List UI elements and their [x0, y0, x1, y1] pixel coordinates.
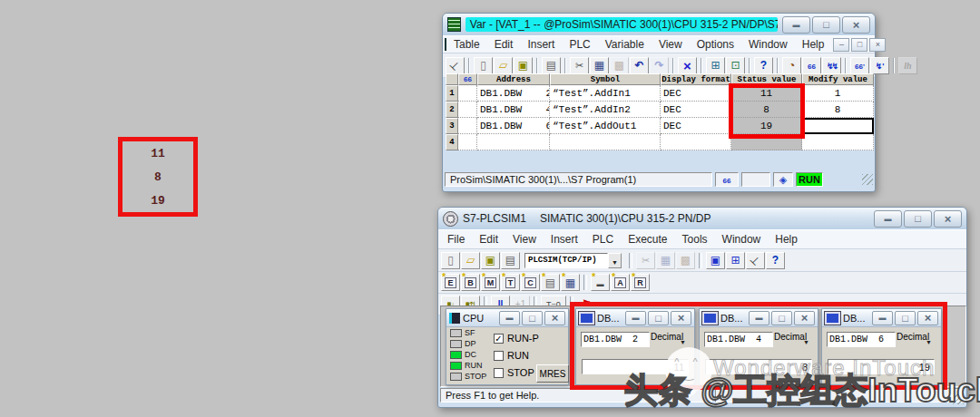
menu-tools[interactable]: Tools [675, 233, 715, 246]
script-icon[interactable] [898, 57, 917, 74]
menu-help[interactable]: Help [768, 233, 805, 246]
minimize-button[interactable] [874, 210, 902, 228]
address-cell[interactable]: DB1.DBW 2 [477, 85, 550, 102]
menu-execute[interactable]: Execute [621, 233, 674, 246]
save-icon[interactable] [514, 57, 533, 74]
menu-variable[interactable]: Variable [598, 38, 652, 51]
corner-header[interactable] [446, 73, 458, 85]
insert-bits-icon[interactable] [561, 274, 580, 291]
insert-stacks-icon[interactable] [591, 274, 610, 291]
paste-icon[interactable] [676, 252, 695, 269]
symbol-header[interactable]: Symbol [550, 73, 661, 85]
selected-modify-cell[interactable] [802, 118, 874, 134]
menu-edit[interactable]: Edit [472, 233, 505, 246]
modify-variable-icon[interactable] [822, 57, 841, 74]
modify-value-cell[interactable]: 8 [802, 102, 874, 118]
menu-options[interactable]: Options [690, 38, 741, 51]
row-marker-cell[interactable] [458, 85, 477, 102]
insert-output-icon[interactable]: B [461, 274, 480, 291]
maximize-button[interactable] [522, 311, 543, 325]
insert-input-icon[interactable]: E [441, 274, 460, 291]
insert-timer-icon[interactable]: T [501, 274, 520, 291]
new-icon[interactable] [474, 57, 493, 74]
menu-help[interactable]: Help [795, 38, 832, 51]
cut-icon[interactable] [570, 57, 589, 74]
address-header[interactable]: Address [477, 73, 550, 85]
close-button[interactable] [842, 16, 870, 34]
plcsim-titlebar[interactable]: S7-PLCSIM1 SIMATIC 300(1)\CPU 315-2 PN/D… [438, 208, 966, 229]
connect-direct-icon[interactable] [726, 57, 745, 74]
stop-checkbox[interactable]: STOP [494, 367, 534, 378]
minimize-button[interactable] [782, 16, 810, 34]
new-icon[interactable] [441, 252, 460, 269]
open-icon[interactable] [461, 252, 480, 269]
monitor-column-header[interactable] [458, 73, 477, 85]
pin-icon[interactable] [446, 57, 465, 74]
paste-icon[interactable] [610, 57, 629, 74]
checkbox-box[interactable]: ✓ [494, 334, 504, 344]
row-marker-cell[interactable] [458, 118, 477, 134]
maximize-button[interactable] [812, 16, 840, 34]
menu-table[interactable]: Table [446, 38, 487, 51]
menu-plc[interactable]: PLC [585, 233, 621, 246]
address-cell[interactable]: DB1.DBW 4 [477, 102, 550, 118]
help-pointer-icon[interactable] [766, 252, 785, 269]
run-p-checkbox[interactable]: ✓RUN-P [494, 333, 539, 344]
copy-icon[interactable] [656, 252, 675, 269]
monitor-once-icon[interactable] [850, 57, 869, 74]
delete-icon[interactable] [678, 57, 697, 74]
cut-icon[interactable] [636, 252, 655, 269]
mdi-close-button[interactable] [869, 38, 886, 52]
menu-file[interactable]: File [440, 233, 472, 246]
monitor-variable-icon[interactable] [802, 57, 821, 74]
close-button[interactable] [934, 210, 962, 228]
checkbox-box[interactable] [494, 351, 504, 361]
symbol-cell[interactable]: “Test”.AddIn1 [550, 85, 661, 102]
menu-insert[interactable]: Insert [520, 38, 562, 51]
mdi-restore-button[interactable] [851, 38, 867, 52]
menu-window[interactable]: Window [741, 38, 795, 51]
mres-button[interactable]: MRES [536, 364, 569, 383]
trigger-icon[interactable] [782, 57, 801, 74]
menu-insert[interactable]: Insert [544, 233, 585, 246]
connect-cpu-icon[interactable] [706, 57, 725, 74]
run-checkbox[interactable]: RUN [494, 350, 529, 361]
menu-view[interactable]: View [505, 233, 544, 246]
insert-accumulator-icon[interactable]: A [611, 274, 630, 291]
row-marker-cell[interactable] [458, 134, 477, 150]
undo-icon[interactable] [630, 57, 649, 74]
copy-icon[interactable] [590, 57, 609, 74]
help-pointer-icon[interactable] [754, 57, 773, 74]
tile-windows-icon[interactable] [726, 252, 745, 269]
symbol-cell[interactable]: “Test”.AddOut1 [550, 118, 661, 134]
address-cell[interactable]: DB1.DBW 6 [477, 118, 550, 134]
cpu-panel-titlebar[interactable]: CPU [446, 309, 568, 327]
format-header[interactable]: Display format [661, 73, 731, 85]
cascade-windows-icon[interactable] [706, 252, 725, 269]
symbol-cell[interactable] [550, 134, 661, 150]
insert-counter-icon[interactable]: C [521, 274, 540, 291]
print-icon[interactable] [542, 57, 561, 74]
menu-view[interactable]: View [652, 38, 690, 51]
modify-header[interactable]: Modify value [802, 73, 874, 85]
maximize-button[interactable] [904, 210, 932, 228]
minimize-button[interactable] [499, 311, 520, 325]
format-cell[interactable]: DEC [661, 102, 731, 118]
vat-titlebar[interactable]: Var - [VAT_1 -- @ProSim\SIMATIC 300(1)\C… [443, 14, 875, 35]
save-icon[interactable] [481, 252, 500, 269]
open-icon[interactable] [494, 57, 513, 74]
format-cell[interactable]: DEC [661, 85, 731, 102]
interface-dropdown[interactable]: PLCSIM(TCP/IP) [524, 253, 622, 268]
resize-grip[interactable] [862, 174, 873, 185]
modify-value-cell[interactable] [802, 134, 874, 150]
insert-generic-icon[interactable] [541, 274, 560, 291]
format-cell[interactable] [661, 134, 731, 150]
menu-edit[interactable]: Edit [487, 38, 521, 51]
insert-memory-icon[interactable]: M [481, 274, 500, 291]
address-cell[interactable] [477, 134, 550, 150]
menu-plc[interactable]: PLC [562, 38, 597, 51]
mdi-minimize-button[interactable] [833, 38, 849, 52]
redo-icon[interactable] [650, 57, 669, 74]
dropdown-button[interactable] [608, 253, 622, 268]
symbol-cell[interactable]: “Test”.AddIn2 [550, 102, 661, 118]
